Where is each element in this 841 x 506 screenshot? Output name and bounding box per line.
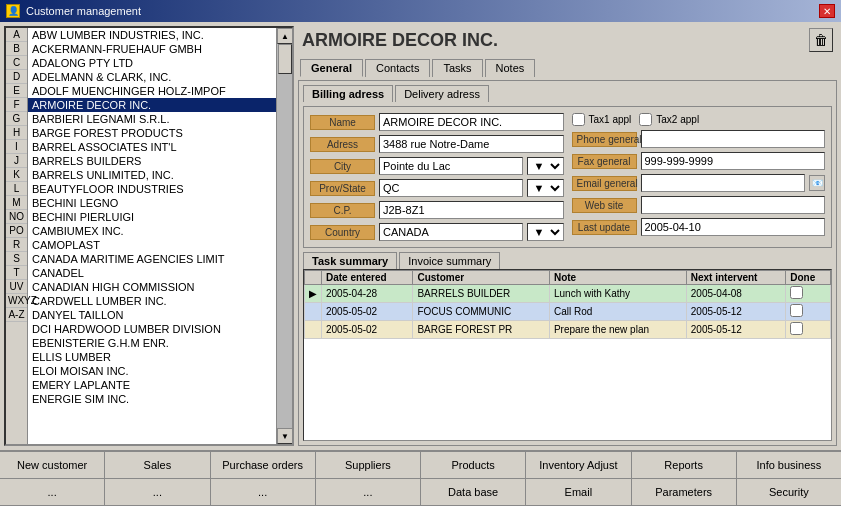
alpha-item-i[interactable]: I (6, 140, 27, 154)
fax-input[interactable] (641, 152, 826, 170)
toolbar-btn-parameters[interactable]: Parameters (632, 479, 737, 505)
alpha-item-h[interactable]: H (6, 126, 27, 140)
alpha-item-uv[interactable]: UV (6, 280, 27, 294)
delete-button[interactable]: 🗑 (809, 28, 833, 52)
email-icon[interactable]: 📧 (809, 175, 825, 191)
tax2-checkbox[interactable] (639, 113, 652, 126)
toolbar-btn-suppliers[interactable]: Suppliers (316, 452, 421, 478)
alpha-item-e[interactable]: E (6, 84, 27, 98)
alpha-item-a[interactable]: A (6, 28, 27, 42)
alpha-item-f[interactable]: F (6, 98, 27, 112)
alpha-item-no[interactable]: NO (6, 210, 27, 224)
alpha-item-t[interactable]: T (6, 266, 27, 280)
name-input[interactable] (379, 113, 564, 131)
city-dropdown[interactable]: ▼ (527, 157, 564, 175)
toolbar-btn-info-business[interactable]: Info business (737, 452, 841, 478)
customer-item[interactable]: ELOI MOISAN INC. (28, 364, 276, 378)
table-row[interactable]: 2005-05-02FOCUS COMMUNICCall Rod2005-05-… (305, 303, 831, 321)
city-input[interactable] (379, 157, 523, 175)
toolbar-btn-...[interactable]: ... (0, 479, 105, 505)
alpha-item-g[interactable]: G (6, 112, 27, 126)
alpha-item-m[interactable]: M (6, 196, 27, 210)
done-checkbox[interactable] (790, 286, 803, 299)
phone-input[interactable] (641, 130, 826, 148)
alpha-item-c[interactable]: C (6, 56, 27, 70)
customer-item[interactable]: BARGE FOREST PRODUCTS (28, 126, 276, 140)
customer-item[interactable]: BARRELS BUILDERS (28, 154, 276, 168)
toolbar-btn-sales[interactable]: Sales (105, 452, 210, 478)
scroll-up-btn[interactable]: ▲ (277, 28, 292, 44)
scroll-down-btn[interactable]: ▼ (277, 428, 292, 444)
toolbar-btn-inventory-adjust[interactable]: Inventory Adjust (526, 452, 631, 478)
customer-item[interactable]: BECHINI LEGNO (28, 196, 276, 210)
customer-item[interactable]: ADALONG PTY LTD (28, 56, 276, 70)
tab-notes[interactable]: Notes (485, 59, 536, 77)
list-scrollbar[interactable]: ▲ ▼ (276, 28, 292, 444)
customer-item[interactable]: CAMBIUMEX INC. (28, 224, 276, 238)
alpha-item-l[interactable]: L (6, 182, 27, 196)
toolbar-btn-products[interactable]: Products (421, 452, 526, 478)
customer-item[interactable]: BARRELS UNLIMITED, INC. (28, 168, 276, 182)
alpha-item-po[interactable]: PO (6, 224, 27, 238)
cp-input[interactable] (379, 201, 564, 219)
customer-item[interactable]: ARMOIRE DECOR INC. (28, 98, 276, 112)
customer-list[interactable]: ABW LUMBER INDUSTRIES, INC.ACKERMANN-FRU… (28, 28, 276, 444)
table-row[interactable]: 2005-05-02BARGE FOREST PRPrepare the new… (305, 321, 831, 339)
email-input[interactable] (641, 174, 806, 192)
customer-item[interactable]: BEAUTYFLOOR INDUSTRIES (28, 182, 276, 196)
alpha-item-s[interactable]: S (6, 252, 27, 266)
customer-item[interactable]: CAMOPLAST (28, 238, 276, 252)
customer-item[interactable]: ADELMANN & CLARK, INC. (28, 70, 276, 84)
tax1-checkbox[interactable] (572, 113, 585, 126)
customer-item[interactable]: ADOLF MUENCHINGER HOLZ-IMPOF (28, 84, 276, 98)
customer-item[interactable]: BARREL ASSOCIATES INT'L (28, 140, 276, 154)
alpha-item-r[interactable]: R (6, 238, 27, 252)
customer-item[interactable]: EBENISTERIE G.H.M ENR. (28, 336, 276, 350)
toolbar-btn-new-customer[interactable]: New customer (0, 452, 105, 478)
prov-input[interactable] (379, 179, 523, 197)
tab-tasks[interactable]: Tasks (432, 59, 482, 77)
customer-item[interactable]: CANADEL (28, 266, 276, 280)
alpha-item-k[interactable]: K (6, 168, 27, 182)
toolbar-btn-security[interactable]: Security (737, 479, 841, 505)
toolbar-btn-data-base[interactable]: Data base (421, 479, 526, 505)
customer-item[interactable]: DCI HARDWOOD LUMBER DIVISION (28, 322, 276, 336)
sub-tab-delivery-adress[interactable]: Delivery adress (395, 85, 489, 102)
task-tab-invoice-summary[interactable]: Invoice summary (399, 252, 500, 269)
alpha-item-b[interactable]: B (6, 42, 27, 56)
website-input[interactable] (641, 196, 826, 214)
close-button[interactable]: ✕ (819, 4, 835, 18)
toolbar-btn-...[interactable]: ... (316, 479, 421, 505)
table-row[interactable]: ▶2005-04-28BARRELS BUILDERLunch with Kat… (305, 285, 831, 303)
done-checkbox[interactable] (790, 322, 803, 335)
customer-item[interactable]: ACKERMANN-FRUEHAUF GMBH (28, 42, 276, 56)
customer-item[interactable]: ELLIS LUMBER (28, 350, 276, 364)
customer-item[interactable]: ABW LUMBER INDUSTRIES, INC. (28, 28, 276, 42)
adress-input[interactable] (379, 135, 564, 153)
customer-item[interactable]: CARDWELL LUMBER INC. (28, 294, 276, 308)
task-tab-task-summary[interactable]: Task summary (303, 252, 397, 269)
toolbar-btn-...[interactable]: ... (211, 479, 316, 505)
customer-item[interactable]: BECHINI PIERLUIGI (28, 210, 276, 224)
customer-item[interactable]: ENERGIE SIM INC. (28, 392, 276, 406)
customer-item[interactable]: DANYEL TAILLON (28, 308, 276, 322)
lastupdate-input[interactable] (641, 218, 826, 236)
tab-general[interactable]: General (300, 59, 363, 77)
toolbar-btn-...[interactable]: ... (105, 479, 210, 505)
alpha-item-d[interactable]: D (6, 70, 27, 84)
country-dropdown[interactable]: ▼ (527, 223, 564, 241)
sub-tab-billing-adress[interactable]: Billing adress (303, 85, 393, 102)
customer-item[interactable]: CANADA MARITIME AGENCIES LIMIT (28, 252, 276, 266)
toolbar-btn-purchase-orders[interactable]: Purchase orders (211, 452, 316, 478)
toolbar-btn-email[interactable]: Email (526, 479, 631, 505)
done-checkbox[interactable] (790, 304, 803, 317)
alpha-item-j[interactable]: J (6, 154, 27, 168)
alpha-item-wxyz[interactable]: WXYZ (6, 294, 27, 308)
scroll-thumb[interactable] (278, 44, 292, 74)
country-input[interactable] (379, 223, 523, 241)
customer-item[interactable]: BARBIERI LEGNAMI S.R.L. (28, 112, 276, 126)
customer-item[interactable]: CANADIAN HIGH COMMISSION (28, 280, 276, 294)
alpha-item-a-z[interactable]: A-Z (6, 308, 27, 322)
toolbar-btn-reports[interactable]: Reports (632, 452, 737, 478)
prov-dropdown[interactable]: ▼ (527, 179, 564, 197)
